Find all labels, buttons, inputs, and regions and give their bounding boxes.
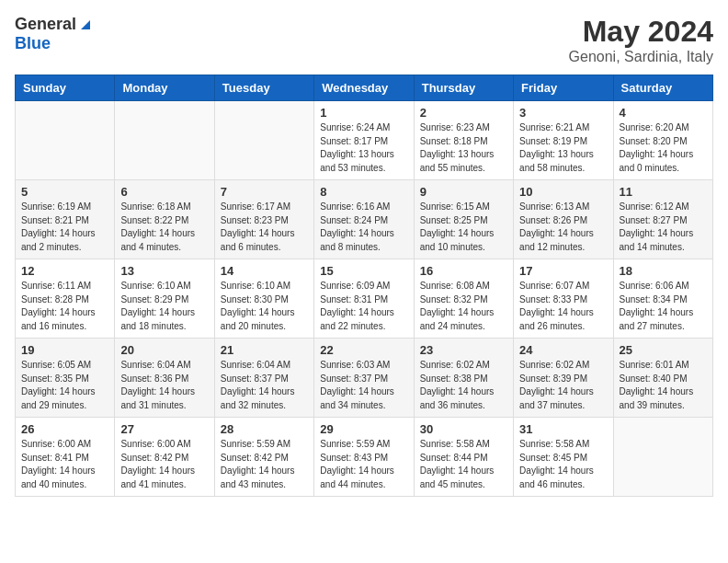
day-info: Sunrise: 6:04 AMSunset: 8:36 PMDaylight:… bbox=[120, 359, 208, 412]
calendar-day-cell: 3Sunrise: 6:21 AMSunset: 8:19 PMDaylight… bbox=[514, 101, 613, 180]
calendar-day-cell: 20Sunrise: 6:04 AMSunset: 8:36 PMDayligh… bbox=[115, 339, 214, 418]
day-info: Sunrise: 5:58 AMSunset: 8:45 PMDaylight:… bbox=[519, 438, 607, 491]
day-info: Sunrise: 6:06 AMSunset: 8:34 PMDaylight:… bbox=[620, 280, 707, 333]
calendar-day-cell: 17Sunrise: 6:07 AMSunset: 8:33 PMDayligh… bbox=[514, 259, 613, 339]
calendar-day-cell: 5Sunrise: 6:19 AMSunset: 8:21 PMDaylight… bbox=[16, 180, 115, 259]
calendar-day-cell: 11Sunrise: 6:12 AMSunset: 8:27 PMDayligh… bbox=[613, 180, 712, 259]
weekday-header-cell: Sunday bbox=[16, 75, 115, 101]
day-number: 15 bbox=[320, 264, 407, 278]
svg-marker-0 bbox=[81, 20, 90, 29]
day-number: 19 bbox=[21, 343, 108, 357]
calendar-day-cell: 4Sunrise: 6:20 AMSunset: 8:20 PMDaylight… bbox=[613, 101, 712, 180]
day-number: 26 bbox=[21, 422, 108, 436]
day-info: Sunrise: 6:02 AMSunset: 8:38 PMDaylight:… bbox=[420, 359, 507, 412]
day-number: 30 bbox=[420, 422, 507, 436]
day-number: 16 bbox=[420, 264, 507, 278]
month-title: May 2024 bbox=[569, 15, 713, 49]
title-area: May 2024 Genoni, Sardinia, Italy bbox=[569, 15, 713, 65]
day-info: Sunrise: 6:12 AMSunset: 8:27 PMDaylight:… bbox=[620, 201, 707, 254]
day-info: Sunrise: 6:19 AMSunset: 8:21 PMDaylight:… bbox=[21, 201, 108, 254]
calendar-day-cell: 21Sunrise: 6:04 AMSunset: 8:37 PMDayligh… bbox=[214, 339, 313, 418]
day-number: 25 bbox=[620, 343, 707, 357]
calendar: SundayMondayTuesdayWednesdayThursdayFrid… bbox=[15, 75, 713, 497]
day-info: Sunrise: 6:11 AMSunset: 8:28 PMDaylight:… bbox=[21, 280, 108, 333]
calendar-day-cell: 13Sunrise: 6:10 AMSunset: 8:29 PMDayligh… bbox=[115, 259, 214, 339]
day-number: 14 bbox=[221, 264, 308, 278]
day-info: Sunrise: 6:00 AMSunset: 8:41 PMDaylight:… bbox=[21, 438, 108, 491]
day-number: 4 bbox=[620, 106, 707, 120]
day-number: 1 bbox=[320, 106, 407, 120]
day-info: Sunrise: 6:10 AMSunset: 8:29 PMDaylight:… bbox=[120, 280, 208, 333]
day-number: 2 bbox=[420, 106, 507, 120]
day-number: 21 bbox=[221, 343, 308, 357]
day-number: 8 bbox=[320, 185, 407, 199]
day-number: 7 bbox=[221, 185, 308, 199]
day-info: Sunrise: 6:20 AMSunset: 8:20 PMDaylight:… bbox=[620, 121, 707, 175]
calendar-day-cell: 8Sunrise: 6:16 AMSunset: 8:24 PMDaylight… bbox=[314, 180, 414, 259]
day-info: Sunrise: 6:09 AMSunset: 8:31 PMDaylight:… bbox=[320, 280, 407, 333]
day-info: Sunrise: 6:23 AMSunset: 8:18 PMDaylight:… bbox=[420, 121, 507, 175]
calendar-day-cell: 24Sunrise: 6:02 AMSunset: 8:39 PMDayligh… bbox=[514, 339, 613, 418]
calendar-day-cell: 16Sunrise: 6:08 AMSunset: 8:32 PMDayligh… bbox=[414, 259, 513, 339]
calendar-day-cell: 26Sunrise: 6:00 AMSunset: 8:41 PMDayligh… bbox=[16, 418, 115, 497]
weekday-header-row: SundayMondayTuesdayWednesdayThursdayFrid… bbox=[16, 75, 713, 101]
day-info: Sunrise: 6:21 AMSunset: 8:19 PMDaylight:… bbox=[519, 121, 607, 175]
day-info: Sunrise: 6:03 AMSunset: 8:37 PMDaylight:… bbox=[320, 359, 407, 412]
calendar-day-cell: 22Sunrise: 6:03 AMSunset: 8:37 PMDayligh… bbox=[314, 339, 414, 418]
logo-blue-text: Blue bbox=[15, 34, 51, 53]
day-number: 5 bbox=[21, 185, 108, 199]
calendar-week-row: 5Sunrise: 6:19 AMSunset: 8:21 PMDaylight… bbox=[16, 180, 713, 259]
calendar-day-cell: 9Sunrise: 6:15 AMSunset: 8:25 PMDaylight… bbox=[414, 180, 513, 259]
day-number: 22 bbox=[320, 343, 407, 357]
calendar-week-row: 26Sunrise: 6:00 AMSunset: 8:41 PMDayligh… bbox=[16, 418, 713, 497]
calendar-day-cell: 7Sunrise: 6:17 AMSunset: 8:23 PMDaylight… bbox=[214, 180, 313, 259]
calendar-day-cell: 28Sunrise: 5:59 AMSunset: 8:42 PMDayligh… bbox=[214, 418, 313, 497]
day-info: Sunrise: 6:10 AMSunset: 8:30 PMDaylight:… bbox=[221, 280, 308, 333]
day-info: Sunrise: 6:05 AMSunset: 8:35 PMDaylight:… bbox=[21, 359, 108, 412]
calendar-week-row: 1Sunrise: 6:24 AMSunset: 8:17 PMDaylight… bbox=[16, 101, 713, 180]
calendar-day-cell: 25Sunrise: 6:01 AMSunset: 8:40 PMDayligh… bbox=[613, 339, 712, 418]
day-info: Sunrise: 6:01 AMSunset: 8:40 PMDaylight:… bbox=[620, 359, 707, 412]
calendar-day-cell: 23Sunrise: 6:02 AMSunset: 8:38 PMDayligh… bbox=[414, 339, 513, 418]
calendar-day-cell: 10Sunrise: 6:13 AMSunset: 8:26 PMDayligh… bbox=[514, 180, 613, 259]
calendar-day-cell: 12Sunrise: 6:11 AMSunset: 8:28 PMDayligh… bbox=[16, 259, 115, 339]
day-info: Sunrise: 6:18 AMSunset: 8:22 PMDaylight:… bbox=[120, 201, 208, 254]
day-info: Sunrise: 6:07 AMSunset: 8:33 PMDaylight:… bbox=[519, 280, 607, 333]
calendar-day-cell: 6Sunrise: 6:18 AMSunset: 8:22 PMDaylight… bbox=[115, 180, 214, 259]
day-info: Sunrise: 5:58 AMSunset: 8:44 PMDaylight:… bbox=[420, 438, 507, 491]
calendar-day-cell: 18Sunrise: 6:06 AMSunset: 8:34 PMDayligh… bbox=[613, 259, 712, 339]
day-number: 27 bbox=[120, 422, 208, 436]
calendar-day-cell bbox=[613, 418, 712, 497]
logo-arrow-icon bbox=[77, 17, 94, 33]
day-number: 24 bbox=[519, 343, 607, 357]
day-info: Sunrise: 6:08 AMSunset: 8:32 PMDaylight:… bbox=[420, 280, 507, 333]
weekday-header-cell: Tuesday bbox=[214, 75, 313, 101]
logo: General Blue bbox=[15, 15, 95, 53]
day-number: 12 bbox=[21, 264, 108, 278]
calendar-day-cell bbox=[214, 101, 313, 180]
day-info: Sunrise: 6:04 AMSunset: 8:37 PMDaylight:… bbox=[221, 359, 308, 412]
day-number: 9 bbox=[420, 185, 507, 199]
calendar-week-row: 19Sunrise: 6:05 AMSunset: 8:35 PMDayligh… bbox=[16, 339, 713, 418]
calendar-day-cell: 31Sunrise: 5:58 AMSunset: 8:45 PMDayligh… bbox=[514, 418, 613, 497]
day-number: 29 bbox=[320, 422, 407, 436]
day-info: Sunrise: 6:02 AMSunset: 8:39 PMDaylight:… bbox=[519, 359, 607, 412]
day-number: 28 bbox=[221, 422, 308, 436]
day-number: 13 bbox=[120, 264, 208, 278]
weekday-header-cell: Wednesday bbox=[314, 75, 414, 101]
day-info: Sunrise: 6:24 AMSunset: 8:17 PMDaylight:… bbox=[320, 121, 407, 175]
day-number: 18 bbox=[620, 264, 707, 278]
calendar-week-row: 12Sunrise: 6:11 AMSunset: 8:28 PMDayligh… bbox=[16, 259, 713, 339]
calendar-day-cell bbox=[115, 101, 214, 180]
calendar-day-cell: 14Sunrise: 6:10 AMSunset: 8:30 PMDayligh… bbox=[214, 259, 313, 339]
day-info: Sunrise: 6:17 AMSunset: 8:23 PMDaylight:… bbox=[221, 201, 308, 254]
day-number: 23 bbox=[420, 343, 507, 357]
weekday-header-cell: Thursday bbox=[414, 75, 513, 101]
calendar-day-cell: 19Sunrise: 6:05 AMSunset: 8:35 PMDayligh… bbox=[16, 339, 115, 418]
calendar-day-cell bbox=[16, 101, 115, 180]
day-info: Sunrise: 6:16 AMSunset: 8:24 PMDaylight:… bbox=[320, 201, 407, 254]
day-number: 10 bbox=[519, 185, 607, 199]
calendar-day-cell: 2Sunrise: 6:23 AMSunset: 8:18 PMDaylight… bbox=[414, 101, 513, 180]
calendar-day-cell: 27Sunrise: 6:00 AMSunset: 8:42 PMDayligh… bbox=[115, 418, 214, 497]
day-info: Sunrise: 6:00 AMSunset: 8:42 PMDaylight:… bbox=[120, 438, 208, 491]
